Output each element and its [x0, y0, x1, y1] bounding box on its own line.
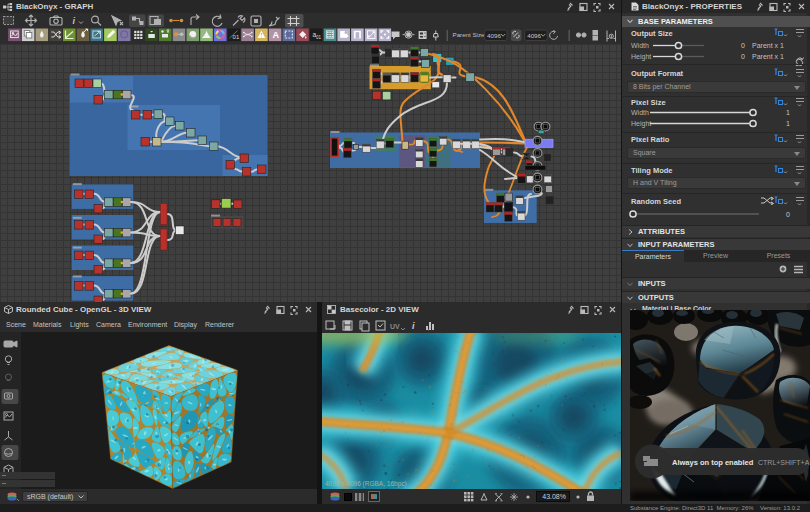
svg-text:Always on top enabled: Always on top enabled	[672, 458, 754, 467]
svg-text:01: 01	[233, 34, 240, 40]
svg-text:A: A	[272, 30, 279, 40]
svg-text:4096: 4096	[527, 32, 541, 39]
svg-text:i: i	[73, 16, 76, 26]
svg-text:i: i	[412, 321, 415, 331]
svg-text:4096: 4096	[487, 32, 501, 39]
svg-text:Parent Size:: Parent Size:	[453, 31, 487, 38]
svg-text:CTRL+SHIFT+A: CTRL+SHIFT+A	[758, 459, 810, 466]
svg-text:UV: UV	[390, 323, 400, 330]
